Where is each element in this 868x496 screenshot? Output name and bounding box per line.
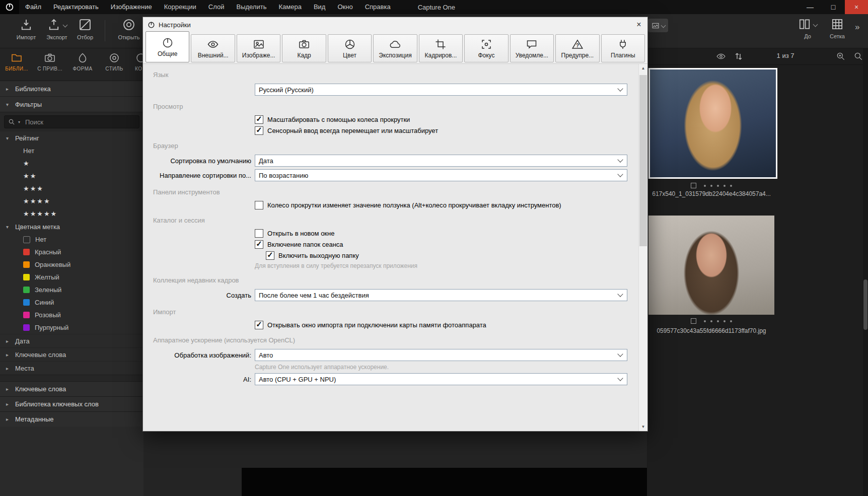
proof-view-button[interactable]: [648, 19, 668, 32]
library-section-header[interactable]: ▸ Библиотека: [0, 81, 143, 97]
touch-input-checkbox[interactable]: [255, 126, 263, 135]
rating-filter-5[interactable]: ★★★★★: [0, 207, 143, 220]
image-processing-dropdown[interactable]: Авто: [255, 349, 627, 361]
filter-date[interactable]: ▸Дата: [0, 334, 143, 347]
settings-tab-bar: Общие Внешний... Изображе... Кадр Цвет Э…: [143, 32, 647, 63]
tab-crop[interactable]: Кадриров...: [419, 34, 463, 62]
zoom-icon[interactable]: [853, 51, 863, 61]
open-new-window-checkbox[interactable]: [255, 229, 263, 238]
dialog-scrollbar[interactable]: ▲ ▼: [638, 64, 647, 431]
thumbnail-2[interactable]: [648, 216, 774, 315]
thumbnail-3[interactable]: [668, 340, 755, 496]
proof-before-button[interactable]: До: [794, 18, 821, 39]
tab-tethered[interactable]: С ПРИВ...: [34, 52, 65, 72]
menu-file[interactable]: Файл: [19, 0, 47, 14]
rating-filter-1[interactable]: ★: [0, 157, 143, 170]
search-box[interactable]: ▾: [4, 115, 139, 128]
tab-shape[interactable]: ФОРМА: [69, 52, 96, 72]
color-filter-red[interactable]: Красный: [0, 246, 143, 258]
filter-keywords[interactable]: ▸Ключевые слова: [0, 347, 143, 361]
grid-button[interactable]: Сетка: [826, 18, 849, 39]
sort-direction-dropdown[interactable]: По возрастанию: [255, 169, 627, 181]
menu-adjustments[interactable]: Коррекции: [158, 0, 202, 14]
tab-ko[interactable]: КО...: [131, 52, 143, 72]
dialog-close-icon[interactable]: ×: [630, 17, 647, 32]
close-button[interactable]: ×: [845, 0, 868, 14]
tab-plugins[interactable]: Плагины: [601, 34, 645, 62]
thumbnail-1-filename: 617x540_1_031579db22404e4c384057a4...: [648, 190, 774, 197]
tab-style[interactable]: СТИЛЬ: [102, 52, 127, 72]
tab-library[interactable]: БИБЛИ...: [3, 52, 30, 72]
menu-select[interactable]: Выделить: [230, 0, 272, 14]
color-filter-yellow[interactable]: Желтый: [0, 271, 143, 284]
menu-layer[interactable]: Слой: [202, 0, 231, 14]
rating-filter-2[interactable]: ★★: [0, 170, 143, 182]
color-filter-pink[interactable]: Розовый: [0, 309, 143, 321]
dialog-title-bar[interactable]: Настройки ×: [143, 17, 647, 32]
zoom-in-icon[interactable]: [836, 51, 846, 61]
cull-button[interactable]: Отбор: [73, 18, 98, 40]
open-button[interactable]: Открыть: [115, 18, 143, 40]
rating-filter-none[interactable]: Нет: [0, 145, 143, 157]
tab-exposure[interactable]: Экспозиция: [373, 34, 417, 62]
color-filter-none[interactable]: Нет: [0, 233, 143, 246]
color-filter-orange[interactable]: Оранжевый: [0, 258, 143, 271]
thumbnail-1[interactable]: [648, 68, 777, 179]
filter-places[interactable]: ▸Места: [0, 361, 143, 375]
tab-warnings[interactable]: ? Предупре...: [555, 34, 599, 62]
menu-help[interactable]: Справка: [359, 0, 397, 14]
dialog-scrollbar-thumb[interactable]: [639, 75, 647, 246]
tab-color[interactable]: Цвет: [328, 34, 372, 62]
import-window-checkbox[interactable]: [255, 321, 263, 329]
import-button[interactable]: Импорт: [12, 18, 40, 40]
tab-notifications[interactable]: Уведомле...: [510, 34, 554, 62]
thumbnail-1-rating[interactable]: [648, 183, 774, 188]
tab-capture[interactable]: Кадр: [282, 34, 326, 62]
rating-filter-4[interactable]: ★★★★: [0, 195, 143, 207]
thumb-select-checkbox[interactable]: [691, 183, 696, 188]
eye-icon[interactable]: [716, 51, 726, 61]
tab-image[interactable]: Изображе...: [237, 34, 280, 62]
tab-focus[interactable]: Фокус: [464, 34, 508, 62]
open-lens-icon: [122, 18, 136, 32]
color-tag-filter-header[interactable]: ▾ Цветная метка: [0, 220, 143, 233]
menu-camera[interactable]: Камера: [272, 0, 307, 14]
sort-icon[interactable]: [734, 51, 744, 61]
color-filter-green[interactable]: Зеленый: [0, 284, 143, 296]
search-input[interactable]: [24, 118, 135, 126]
filters-section-header[interactable]: ▾ Фильтры: [0, 97, 143, 112]
menu-image[interactable]: Изображение: [105, 0, 158, 14]
minimize-button[interactable]: —: [799, 0, 822, 14]
color-filter-blue[interactable]: Синий: [0, 296, 143, 309]
color-filter-purple[interactable]: Пурпурный: [0, 321, 143, 334]
export-button[interactable]: Экспорт: [41, 18, 73, 40]
scroll-down-icon[interactable]: ▼: [639, 422, 647, 431]
image-icon: [253, 38, 265, 50]
metadata-panel-header[interactable]: ▸Метаданные: [0, 411, 143, 427]
rating-filter-header[interactable]: ▾ Рейтинг: [0, 131, 143, 145]
output-folder-checkbox[interactable]: [266, 251, 274, 260]
menu-window[interactable]: Окно: [331, 0, 358, 14]
maximize-button[interactable]: □: [822, 0, 845, 14]
ai-dropdown[interactable]: Авто (CPU + GPU + NPU): [255, 373, 627, 385]
thumb-select-checkbox[interactable]: [691, 318, 696, 324]
keyword-library-panel-header[interactable]: ▸Библиотека ключевых слов: [0, 396, 143, 411]
eye-icon: [207, 38, 219, 50]
rating-filter-3[interactable]: ★★★: [0, 182, 143, 195]
tab-general[interactable]: Общие: [146, 31, 189, 62]
toolbar-more-chevron-icon[interactable]: »: [855, 22, 859, 32]
scroll-up-icon[interactable]: ▲: [639, 64, 647, 73]
tab-appearance[interactable]: Внешний...: [191, 34, 235, 62]
sort-default-dropdown[interactable]: Дата: [255, 155, 627, 167]
keywords-panel-header[interactable]: ▸Ключевые слова: [0, 381, 143, 396]
thumbnail-2-rating[interactable]: [648, 318, 774, 324]
language-dropdown[interactable]: Русский (Русский): [255, 84, 627, 96]
menu-edit[interactable]: Редактировать: [47, 0, 105, 14]
menu-view[interactable]: Вид: [308, 0, 332, 14]
session-folders-checkbox[interactable]: [255, 240, 263, 249]
scrollwheel-slider-checkbox[interactable]: [255, 201, 263, 209]
zoom-scroll-checkbox[interactable]: [255, 115, 263, 124]
create-dropdown[interactable]: После более чем 1 час бездействия: [255, 289, 627, 301]
browser-scrollbar[interactable]: [863, 48, 868, 496]
browser-scrollbar-thumb[interactable]: [863, 279, 867, 330]
